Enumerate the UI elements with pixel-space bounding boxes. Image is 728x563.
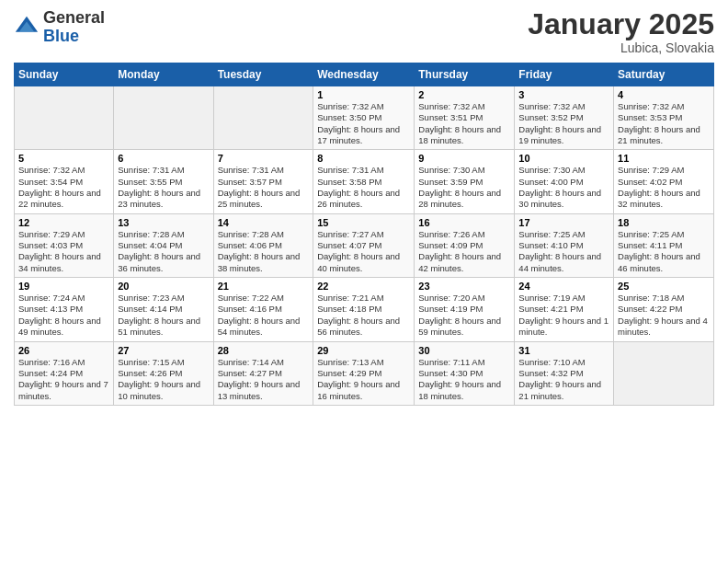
calendar-cell-w3-d5: 16Sunrise: 7:26 AMSunset: 4:09 PMDayligh… bbox=[415, 213, 515, 277]
header-thursday: Thursday bbox=[415, 63, 515, 86]
calendar-cell-w4-d2: 20Sunrise: 7:23 AMSunset: 4:14 PMDayligh… bbox=[114, 278, 213, 341]
calendar-cell-w2-d1: 5Sunrise: 7:32 AMSunset: 3:54 PMDaylight… bbox=[15, 150, 114, 213]
week-row-4: 19Sunrise: 7:24 AMSunset: 4:13 PMDayligh… bbox=[15, 278, 714, 341]
location: Lubica, Slovakia bbox=[528, 40, 714, 55]
day-number-17: 17 bbox=[518, 217, 609, 228]
day-info-17: Sunrise: 7:25 AMSunset: 4:10 PMDaylight:… bbox=[518, 229, 609, 274]
day-info-6: Sunrise: 7:31 AMSunset: 3:55 PMDaylight:… bbox=[118, 165, 209, 210]
day-info-3: Sunrise: 7:32 AMSunset: 3:52 PMDaylight:… bbox=[518, 101, 609, 146]
day-info-7: Sunrise: 7:31 AMSunset: 3:57 PMDaylight:… bbox=[218, 165, 310, 210]
day-info-24: Sunrise: 7:19 AMSunset: 4:21 PMDaylight:… bbox=[518, 293, 609, 338]
month-title: January 2025 bbox=[528, 9, 714, 39]
day-info-16: Sunrise: 7:26 AMSunset: 4:09 PMDaylight:… bbox=[418, 229, 510, 274]
day-info-28: Sunrise: 7:14 AMSunset: 4:27 PMDaylight:… bbox=[218, 357, 310, 402]
day-info-20: Sunrise: 7:23 AMSunset: 4:14 PMDaylight:… bbox=[118, 293, 209, 338]
week-row-2: 5Sunrise: 7:32 AMSunset: 3:54 PMDaylight… bbox=[15, 150, 714, 213]
calendar-cell-w2-d7: 11Sunrise: 7:29 AMSunset: 4:02 PMDayligh… bbox=[614, 150, 714, 213]
day-number-4: 4 bbox=[618, 89, 710, 100]
calendar-table: Sunday Monday Tuesday Wednesday Thursday… bbox=[14, 63, 714, 406]
day-number-2: 2 bbox=[418, 89, 510, 100]
calendar-cell-w5-d4: 29Sunrise: 7:13 AMSunset: 4:29 PMDayligh… bbox=[313, 341, 415, 405]
day-info-29: Sunrise: 7:13 AMSunset: 4:29 PMDaylight:… bbox=[317, 357, 410, 402]
day-number-11: 11 bbox=[618, 153, 710, 164]
day-number-19: 19 bbox=[18, 281, 109, 292]
day-number-20: 20 bbox=[118, 281, 209, 292]
day-info-5: Sunrise: 7:32 AMSunset: 3:54 PMDaylight:… bbox=[18, 165, 109, 210]
day-number-27: 27 bbox=[118, 345, 209, 356]
day-number-16: 16 bbox=[418, 217, 510, 228]
day-number-21: 21 bbox=[218, 281, 310, 292]
day-number-15: 15 bbox=[317, 217, 410, 228]
day-info-13: Sunrise: 7:28 AMSunset: 4:04 PMDaylight:… bbox=[118, 229, 209, 274]
calendar-cell-w4-d1: 19Sunrise: 7:24 AMSunset: 4:13 PMDayligh… bbox=[15, 278, 114, 341]
day-number-24: 24 bbox=[518, 281, 609, 292]
week-row-1: 1Sunrise: 7:32 AMSunset: 3:50 PMDaylight… bbox=[15, 86, 714, 150]
calendar-cell-w4-d6: 24Sunrise: 7:19 AMSunset: 4:21 PMDayligh… bbox=[515, 278, 614, 341]
calendar-cell-w5-d6: 31Sunrise: 7:10 AMSunset: 4:32 PMDayligh… bbox=[515, 341, 614, 405]
calendar-cell-w2-d2: 6Sunrise: 7:31 AMSunset: 3:55 PMDaylight… bbox=[114, 150, 213, 213]
header-tuesday: Tuesday bbox=[213, 63, 313, 86]
day-info-12: Sunrise: 7:29 AMSunset: 4:03 PMDaylight:… bbox=[18, 229, 109, 274]
calendar-cell-w1-d6: 3Sunrise: 7:32 AMSunset: 3:52 PMDaylight… bbox=[515, 86, 614, 150]
day-info-19: Sunrise: 7:24 AMSunset: 4:13 PMDaylight:… bbox=[18, 293, 109, 338]
day-info-30: Sunrise: 7:11 AMSunset: 4:30 PMDaylight:… bbox=[418, 357, 510, 402]
day-number-6: 6 bbox=[118, 153, 209, 164]
calendar-cell-w4-d5: 23Sunrise: 7:20 AMSunset: 4:19 PMDayligh… bbox=[415, 278, 515, 341]
day-number-23: 23 bbox=[418, 281, 510, 292]
day-info-27: Sunrise: 7:15 AMSunset: 4:26 PMDaylight:… bbox=[118, 357, 209, 402]
calendar-cell-w1-d3 bbox=[213, 86, 313, 150]
day-number-31: 31 bbox=[518, 345, 609, 356]
day-number-9: 9 bbox=[418, 153, 510, 164]
calendar-cell-w5-d5: 30Sunrise: 7:11 AMSunset: 4:30 PMDayligh… bbox=[415, 341, 515, 405]
weekday-header-row: Sunday Monday Tuesday Wednesday Thursday… bbox=[15, 63, 714, 86]
calendar-cell-w5-d2: 27Sunrise: 7:15 AMSunset: 4:26 PMDayligh… bbox=[114, 341, 213, 405]
day-number-13: 13 bbox=[118, 217, 209, 228]
day-number-12: 12 bbox=[18, 217, 109, 228]
calendar-cell-w4-d7: 25Sunrise: 7:18 AMSunset: 4:22 PMDayligh… bbox=[614, 278, 714, 341]
title-section: January 2025 Lubica, Slovakia bbox=[528, 9, 714, 55]
day-info-26: Sunrise: 7:16 AMSunset: 4:24 PMDaylight:… bbox=[18, 357, 109, 402]
week-row-5: 26Sunrise: 7:16 AMSunset: 4:24 PMDayligh… bbox=[15, 341, 714, 405]
header-monday: Monday bbox=[114, 63, 213, 86]
logo: General Blue bbox=[14, 9, 105, 46]
logo-general: General bbox=[43, 9, 105, 28]
calendar-cell-w3-d1: 12Sunrise: 7:29 AMSunset: 4:03 PMDayligh… bbox=[15, 213, 114, 277]
calendar-cell-w2-d4: 8Sunrise: 7:31 AMSunset: 3:58 PMDaylight… bbox=[313, 150, 415, 213]
calendar-cell-w5-d3: 28Sunrise: 7:14 AMSunset: 4:27 PMDayligh… bbox=[213, 341, 313, 405]
day-info-14: Sunrise: 7:28 AMSunset: 4:06 PMDaylight:… bbox=[218, 229, 310, 274]
day-number-28: 28 bbox=[218, 345, 310, 356]
day-number-5: 5 bbox=[18, 153, 109, 164]
calendar-cell-w3-d4: 15Sunrise: 7:27 AMSunset: 4:07 PMDayligh… bbox=[313, 213, 415, 277]
page-header: General Blue January 2025 Lubica, Slovak… bbox=[14, 9, 714, 55]
day-number-14: 14 bbox=[218, 217, 310, 228]
day-info-2: Sunrise: 7:32 AMSunset: 3:51 PMDaylight:… bbox=[418, 101, 510, 146]
day-info-11: Sunrise: 7:29 AMSunset: 4:02 PMDaylight:… bbox=[618, 165, 710, 210]
day-info-31: Sunrise: 7:10 AMSunset: 4:32 PMDaylight:… bbox=[518, 357, 609, 402]
calendar-cell-w2-d5: 9Sunrise: 7:30 AMSunset: 3:59 PMDaylight… bbox=[415, 150, 515, 213]
calendar-cell-w3-d3: 14Sunrise: 7:28 AMSunset: 4:06 PMDayligh… bbox=[213, 213, 313, 277]
day-info-10: Sunrise: 7:30 AMSunset: 4:00 PMDaylight:… bbox=[518, 165, 609, 210]
logo-blue: Blue bbox=[43, 28, 105, 46]
header-friday: Friday bbox=[515, 63, 614, 86]
day-number-30: 30 bbox=[418, 345, 510, 356]
week-row-3: 12Sunrise: 7:29 AMSunset: 4:03 PMDayligh… bbox=[15, 213, 714, 277]
day-number-26: 26 bbox=[18, 345, 109, 356]
calendar-cell-w3-d2: 13Sunrise: 7:28 AMSunset: 4:04 PMDayligh… bbox=[114, 213, 213, 277]
calendar-cell-w3-d7: 18Sunrise: 7:25 AMSunset: 4:11 PMDayligh… bbox=[614, 213, 714, 277]
logo-icon bbox=[14, 15, 40, 40]
calendar-cell-w2-d3: 7Sunrise: 7:31 AMSunset: 3:57 PMDaylight… bbox=[213, 150, 313, 213]
day-number-29: 29 bbox=[317, 345, 410, 356]
calendar-cell-w1-d2 bbox=[114, 86, 213, 150]
calendar-cell-w4-d3: 21Sunrise: 7:22 AMSunset: 4:16 PMDayligh… bbox=[213, 278, 313, 341]
day-number-3: 3 bbox=[518, 89, 609, 100]
day-number-8: 8 bbox=[317, 153, 410, 164]
day-info-18: Sunrise: 7:25 AMSunset: 4:11 PMDaylight:… bbox=[618, 229, 710, 274]
calendar-cell-w1-d1 bbox=[15, 86, 114, 150]
header-sunday: Sunday bbox=[15, 63, 114, 86]
logo-text: General Blue bbox=[43, 9, 105, 46]
calendar-cell-w2-d6: 10Sunrise: 7:30 AMSunset: 4:00 PMDayligh… bbox=[515, 150, 614, 213]
calendar-cell-w5-d7 bbox=[614, 341, 714, 405]
day-number-25: 25 bbox=[618, 281, 710, 292]
day-number-22: 22 bbox=[317, 281, 410, 292]
day-number-7: 7 bbox=[218, 153, 310, 164]
